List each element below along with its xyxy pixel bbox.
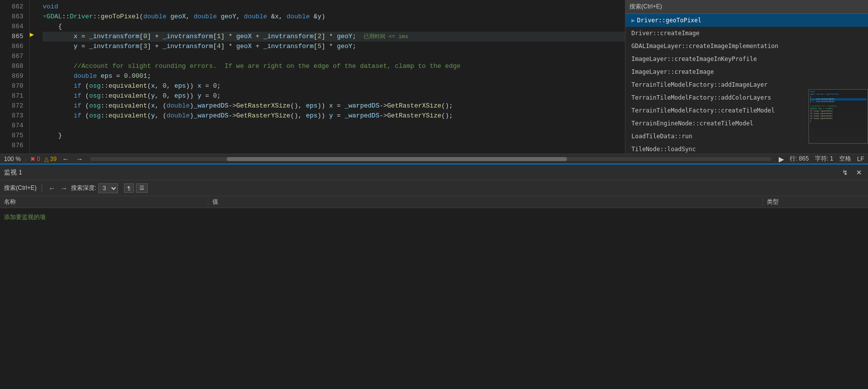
search-bar-right: 搜索(Ctrl+E)	[625, 0, 868, 14]
status-items: 行: 865 字符: 1 空格 LF	[790, 155, 864, 163]
line-num-875: 875	[0, 131, 23, 141]
error-count: 0	[37, 156, 40, 163]
watch-toolbar: 搜索(Ctrl+E) ← → 搜索深度: 3 1 2 4 5 ¶ ☰	[0, 180, 868, 196]
watch-panel: 监视 1 ↯ ✕ 搜索(Ctrl+E) ← → 搜索深度: 3 1 2 4 5 …	[0, 164, 868, 389]
warn-icon: △	[44, 156, 49, 163]
char-indicator: 字符: 1	[815, 155, 833, 163]
horizontal-scrollbar[interactable]	[90, 157, 771, 161]
line-num-863: 863	[0, 12, 23, 22]
line-num-873: 873	[0, 111, 23, 121]
call-stack-item-2[interactable]: Driver::createImage	[625, 27, 868, 40]
warn-count: 39	[50, 156, 57, 163]
nav-forward-button[interactable]: →	[74, 155, 84, 163]
line-num-864: 864	[0, 22, 23, 32]
line-num-866: 866	[0, 42, 23, 52]
editor-scrollbar-row: 100 % | ✖ 0 △ 39 ← → ▶ 行: 865 字符: 1 空格 L…	[0, 154, 868, 164]
watch-add-item[interactable]: 添加要监视的项	[4, 212, 46, 222]
search-back-button[interactable]: ←	[47, 184, 57, 192]
time-badge-865: 已用时间 <= 1ms	[360, 34, 408, 40]
watch-columns: 名称 值 类型	[0, 196, 868, 208]
line-num-876: 876	[0, 141, 23, 151]
line-num-872: 872	[0, 101, 23, 111]
thumbnail-content: void GDAL::Driver::geoToPixel { x = _inv…	[809, 90, 868, 143]
error-badge: ✖ 0	[30, 156, 40, 163]
line-num-868: 868	[0, 61, 23, 71]
nav-back-button[interactable]: ←	[61, 155, 70, 163]
call-stack-item-4[interactable]: ImageLayer::createImageInKeyProfile	[625, 53, 868, 65]
depth-label: 搜索深度:	[71, 184, 96, 192]
watch-body: 添加要监视的项	[0, 208, 868, 389]
depth-select[interactable]: 3 1 2 4 5	[98, 183, 118, 193]
line-num-862: 862	[0, 2, 23, 12]
error-icon: ✖	[30, 156, 35, 163]
watch-close-button[interactable]: ✕	[854, 167, 864, 177]
call-stack-item-5[interactable]: ImageLayer::createImage	[625, 65, 868, 78]
col-header-value: 值	[208, 198, 763, 206]
col-header-type: 类型	[763, 198, 862, 206]
watch-search-label: 搜索(Ctrl+E)	[4, 184, 37, 192]
line-num-871: 871	[0, 91, 23, 101]
right-panel: 搜索(Ctrl+E) ▶Driver::geoToPixel Driver::c…	[625, 0, 868, 154]
search-label-right: 搜索(Ctrl+E)	[629, 2, 662, 11]
thumbnail-overlay: void GDAL::Driver::geoToPixel { x = _inv…	[808, 89, 868, 144]
watch-search-area: 搜索(Ctrl+E)	[4, 184, 37, 192]
zoom-level: 100 %	[4, 156, 21, 163]
format-button-2[interactable]: ☰	[136, 183, 148, 193]
warn-badge: △ 39	[44, 156, 57, 163]
line-num-869: 869	[0, 71, 23, 81]
encoding-indicator: LF	[857, 156, 864, 163]
call-stack-item-1[interactable]: ▶Driver::geoToPixel	[625, 14, 868, 27]
spaces-indicator: 空格	[839, 155, 851, 163]
call-stack-item-3[interactable]: GDALImageLayer::createImageImplementatio…	[625, 40, 868, 53]
line-numbers: 862 863 864 865 866 867 868 869 870 871 …	[0, 0, 30, 154]
line-num-867: 867	[0, 52, 23, 61]
scrollbar-thumb	[227, 157, 567, 161]
format-button-1[interactable]: ¶	[124, 183, 134, 193]
watch-title: 监视 1	[4, 168, 22, 177]
scroll-right-button[interactable]: ▶	[777, 155, 786, 163]
watch-pin-button[interactable]: ↯	[840, 167, 850, 177]
call-stack-item-11[interactable]: TileNode::loadSync	[625, 143, 868, 154]
search-forward-button[interactable]: →	[59, 184, 69, 192]
col-header-name: 名称	[0, 198, 208, 206]
current-line-arrow: ▶	[30, 30, 34, 40]
line-indicator-area: ▶	[30, 0, 39, 154]
watch-header: 监视 1 ↯ ✕	[0, 165, 868, 180]
line-num-865: 865	[0, 32, 23, 42]
line-num-874: 874	[0, 121, 23, 131]
line-indicator: 行: 865	[790, 155, 809, 163]
line-num-870: 870	[0, 81, 23, 91]
editor-area: 862 863 864 865 866 867 868 869 870 871 …	[0, 0, 868, 154]
